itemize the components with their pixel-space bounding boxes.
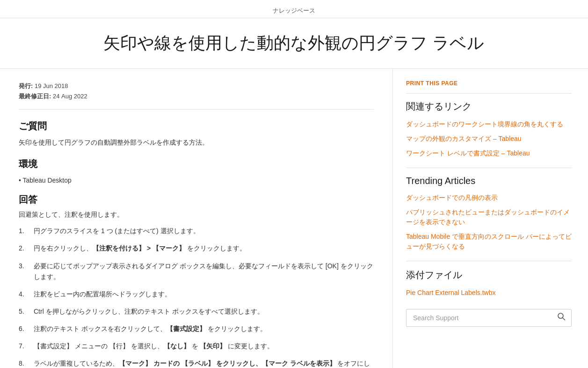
step-1: 1. 円グラフのスライスを 1 つ (またはすべて) 選択します。 bbox=[19, 226, 374, 236]
step-2-num: 2. bbox=[19, 243, 30, 254]
step-2-text: 円を右クリックし、【注釈を付ける】 > 【マーク】 をクリックします。 bbox=[34, 243, 246, 254]
svg-line-1 bbox=[563, 318, 565, 320]
search-input[interactable] bbox=[410, 309, 555, 326]
step-8-num: 8. bbox=[19, 358, 30, 368]
search-box bbox=[406, 309, 572, 327]
step-5: 5. Ctrl を押しながらクリックし、注釈のテキスト ボックスをすべて選択しま… bbox=[19, 306, 374, 317]
trending-link-2[interactable]: パブリッシュされたビューまたはダッシュボードのイメージを表示できない bbox=[406, 207, 572, 227]
attachment-link[interactable]: Pie Chart External Labels.twbx bbox=[406, 288, 572, 298]
published-meta: 発行: 19 Jun 2018 bbox=[19, 82, 374, 90]
step-6-text: 注釈のテキスト ボックスを右クリックして、【書式設定】 をクリックします。 bbox=[34, 324, 267, 334]
breadcrumb: ナレッジベース bbox=[0, 0, 588, 18]
step-4-text: 注釈をビュー内の配置場所へドラッグします。 bbox=[34, 289, 171, 300]
page-title: 矢印や線を使用した動的な外観の円グラフ ラベル bbox=[19, 32, 569, 54]
modified-date: 24 Aug 2022 bbox=[53, 93, 87, 100]
modified-meta: 最終修正日: 24 Aug 2022 bbox=[19, 92, 374, 101]
step-2: 2. 円を右クリックし、【注釈を付ける】 > 【マーク】 をクリックします。 bbox=[19, 243, 374, 254]
step-5-num: 5. bbox=[19, 306, 30, 317]
published-label: 発行: bbox=[19, 82, 33, 89]
step-8: 8. ラベルが重複しているため、【マーク】 カードの 【ラベル】 をクリックし、… bbox=[19, 358, 374, 368]
answer-intro: 回避策として、注釈を使用します。 bbox=[19, 211, 374, 219]
step-6: 6. 注釈のテキスト ボックスを右クリックして、【書式設定】 をクリックします。 bbox=[19, 324, 374, 334]
step-7-text: 【書式設定】 メニューの 【行】 を選択し、【なし】 を 【矢印】 に変更します… bbox=[34, 341, 274, 352]
trending-link-1[interactable]: ダッシュボードでの凡例の表示 bbox=[406, 193, 572, 203]
step-8-text: ラベルが重複しているため、【マーク】 カードの 【ラベル】 をクリックし、【マー… bbox=[34, 358, 374, 368]
attachments-heading: 添付ファイル bbox=[406, 269, 572, 281]
step-4-num: 4. bbox=[19, 289, 30, 300]
related-link-2[interactable]: マップの外観のカスタマイズ – Tableau bbox=[406, 134, 572, 144]
step-4: 4. 注釈をビュー内の配置場所へドラッグします。 bbox=[19, 289, 374, 300]
step-6-num: 6. bbox=[19, 324, 30, 334]
trending-link-3[interactable]: Tableau Mobile で垂直方向のスクロール バーによってビューが見づら… bbox=[406, 232, 572, 251]
step-5-text: Ctrl を押しながらクリックし、注釈のテキスト ボックスをすべて選択します。 bbox=[34, 306, 264, 317]
page-title-section: 矢印や線を使用した動的な外観の円グラフ ラベル bbox=[0, 18, 588, 69]
main-layout: 発行: 19 Jun 2018 最終修正日: 24 Aug 2022 ご質問 矢… bbox=[0, 69, 588, 368]
related-link-3[interactable]: ワークシート レベルで書式設定 – Tableau bbox=[406, 148, 572, 158]
related-link-1[interactable]: ダッシュボードのワークシート境界線の角を丸くする bbox=[406, 119, 572, 129]
trending-heading: Trending Articles bbox=[406, 176, 572, 186]
search-button[interactable] bbox=[555, 309, 567, 326]
modified-label: 最終修正日: bbox=[19, 93, 51, 100]
step-3: 3. 必要に応じてポップアップ表示されるダイアログ ボックスを編集し、必要なフィ… bbox=[19, 261, 374, 282]
sidebar-divider-2 bbox=[406, 261, 572, 261]
steps-list: 1. 円グラフのスライスを 1 つ (またはすべて) 選択します。 2. 円を右… bbox=[19, 226, 374, 368]
search-icon bbox=[557, 313, 566, 323]
step-1-num: 1. bbox=[19, 226, 30, 236]
step-1-text: 円グラフのスライスを 1 つ (またはすべて) 選択します。 bbox=[34, 226, 200, 236]
step-3-num: 3. bbox=[19, 261, 30, 282]
question-heading: ご質問 bbox=[19, 120, 374, 132]
step-7: 7. 【書式設定】 メニューの 【行】 を選択し、【なし】 を 【矢印】 に変更… bbox=[19, 341, 374, 352]
sidebar-divider-1 bbox=[406, 168, 572, 168]
print-link[interactable]: PRINT THIS PAGE bbox=[406, 80, 572, 94]
sidebar: PRINT THIS PAGE 関連するリンク ダッシュボードのワークシート境界… bbox=[393, 69, 585, 368]
answer-heading: 回答 bbox=[19, 193, 374, 206]
step-7-num: 7. bbox=[19, 341, 30, 352]
step-3-text: 必要に応じてポップアップ表示されるダイアログ ボックスを編集し、必要なフィールド… bbox=[34, 261, 374, 282]
environment-heading: 環境 bbox=[19, 158, 374, 170]
related-links-heading: 関連するリンク bbox=[406, 100, 572, 113]
meta-divider bbox=[19, 109, 374, 110]
published-date: 19 Jun 2018 bbox=[35, 82, 68, 89]
environment-item: • Tableau Desktop bbox=[19, 175, 374, 186]
question-body: 矢印を使用して円グラフの自動調整外部ラベルを作成する方法。 bbox=[19, 137, 374, 148]
content-area: 発行: 19 Jun 2018 最終修正日: 24 Aug 2022 ご質問 矢… bbox=[0, 69, 393, 368]
